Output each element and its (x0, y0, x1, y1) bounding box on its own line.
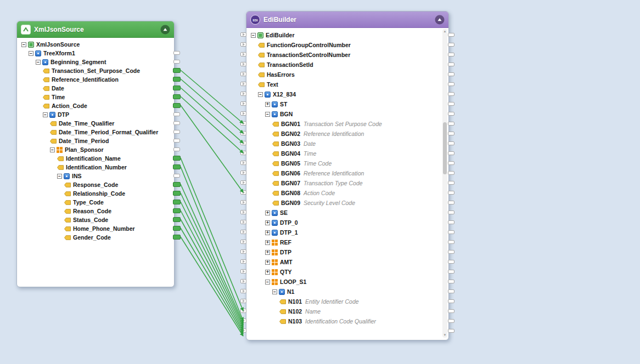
target-output-port[interactable] (448, 72, 454, 76)
collapse-node-icon[interactable]: − (36, 60, 41, 65)
target-output-port[interactable] (448, 289, 454, 293)
tree-row[interactable]: −BGN (246, 109, 448, 119)
tree-row[interactable]: Gender_Code (17, 233, 174, 242)
source-output-port[interactable] (173, 77, 181, 82)
mapping-connection[interactable] (181, 237, 243, 336)
collapse-node-icon[interactable]: − (21, 42, 26, 47)
target-input-port[interactable] (240, 240, 246, 244)
source-output-port[interactable] (173, 139, 180, 143)
mapping-connection[interactable] (181, 96, 243, 153)
mapping-connection[interactable] (181, 105, 243, 192)
mapping-connection[interactable] (181, 79, 243, 133)
tree-row[interactable]: BGN06Reference Identification (246, 168, 448, 178)
tree-row[interactable]: Identification_Number (17, 163, 174, 172)
tree-row[interactable]: +DTP_1 (246, 228, 448, 237)
target-output-port[interactable] (448, 211, 454, 214)
target-output-port[interactable] (448, 62, 454, 66)
tree-row[interactable]: Time (17, 93, 174, 101)
source-collapse-button[interactable] (160, 25, 170, 35)
scrollbar-thumb[interactable] (443, 122, 447, 174)
mapping-connection[interactable] (181, 228, 243, 334)
tree-row[interactable]: Reference_Identification (17, 75, 174, 84)
target-output-port[interactable] (448, 92, 454, 96)
collapse-node-icon[interactable]: − (29, 51, 33, 56)
collapse-node-icon[interactable]: − (265, 280, 270, 285)
collapse-node-icon[interactable]: − (251, 33, 256, 38)
mapping-connection[interactable] (181, 167, 243, 321)
target-input-port[interactable] (240, 249, 246, 254)
tree-row[interactable]: Relationship_Code (17, 189, 174, 198)
source-output-port[interactable] (173, 182, 181, 187)
target-output-port[interactable] (448, 270, 454, 274)
collapse-node-icon[interactable]: − (50, 147, 55, 152)
target-input-port[interactable] (240, 279, 246, 283)
tree-row[interactable]: −N1 (246, 287, 448, 297)
source-output-port[interactable] (173, 147, 180, 151)
source-output-port[interactable] (173, 130, 180, 134)
target-output-port[interactable] (448, 220, 454, 224)
collapse-node-icon[interactable]: − (43, 112, 48, 117)
target-output-port[interactable] (448, 181, 454, 185)
target-output-port[interactable] (448, 141, 454, 145)
target-input-port[interactable] (240, 121, 246, 126)
tree-row[interactable]: Type_Code (17, 198, 174, 207)
tree-row[interactable]: +REF (246, 237, 448, 247)
source-output-port[interactable] (173, 121, 180, 125)
collapse-node-icon[interactable]: − (258, 92, 263, 97)
collapse-node-icon[interactable]: − (265, 112, 270, 117)
expand-node-icon[interactable]: + (265, 270, 270, 275)
target-input-port[interactable] (240, 180, 246, 185)
tree-row[interactable]: FunctionGroupControlNumber (246, 40, 448, 50)
tree-row[interactable]: BGN05Time Code (246, 158, 448, 168)
target-output-port[interactable] (448, 260, 454, 264)
tree-row[interactable]: Response_Code (17, 180, 174, 189)
tree-row[interactable]: N101Entity Identifier Code (246, 297, 448, 306)
expand-node-icon[interactable]: + (265, 250, 270, 255)
target-input-port[interactable] (240, 72, 246, 76)
tree-row[interactable]: −LOOP_S1 (246, 277, 448, 287)
target-collapse-button[interactable] (435, 15, 445, 25)
target-output-port[interactable] (448, 329, 454, 333)
tree-row[interactable]: Date_Time_Period (17, 136, 174, 145)
source-output-port[interactable] (173, 191, 181, 196)
tree-row[interactable]: +QTY (246, 267, 448, 277)
target-input-port[interactable] (240, 200, 246, 204)
tree-row[interactable]: Text (246, 79, 448, 89)
tree-row[interactable]: Identification_Name (17, 154, 174, 163)
tree-row[interactable]: BGN03Date (246, 139, 448, 149)
source-output-port[interactable] (173, 164, 181, 169)
target-panel-header[interactable]: EDI EdiBuilder (246, 12, 448, 28)
target-input-port[interactable] (240, 220, 246, 224)
tree-row[interactable]: Date_Time_Period_Format_Qualifier (17, 128, 174, 136)
source-output-port[interactable] (173, 217, 181, 222)
tree-row[interactable]: Reason_Code (17, 207, 174, 215)
source-output-port[interactable] (173, 200, 181, 204)
target-output-port[interactable] (448, 122, 454, 126)
tree-row[interactable]: +DTP (246, 247, 448, 257)
source-output-port[interactable] (173, 174, 180, 178)
target-input-port[interactable] (240, 92, 246, 96)
tree-row[interactable]: N102Name (246, 306, 448, 316)
target-input-port[interactable] (240, 161, 246, 165)
source-output-port[interactable] (173, 112, 180, 116)
tree-row[interactable]: BGN07Transaction Type Code (246, 178, 448, 188)
target-input-port[interactable] (240, 111, 246, 116)
expand-node-icon[interactable]: + (265, 220, 270, 225)
source-output-port[interactable] (173, 156, 181, 161)
target-input-port[interactable] (240, 101, 246, 106)
target-output-port[interactable] (448, 82, 454, 86)
tree-row[interactable]: +AMT (246, 257, 448, 267)
tree-row[interactable]: −INS (17, 172, 174, 180)
target-input-port[interactable] (240, 289, 246, 293)
target-output-port[interactable] (448, 240, 454, 244)
tree-row[interactable]: BGN08Action Code (246, 188, 448, 198)
collapse-node-icon[interactable]: − (272, 289, 277, 294)
tree-row[interactable]: −EdiBuilder (246, 30, 448, 40)
target-output-port[interactable] (448, 33, 454, 37)
target-input-port[interactable] (240, 299, 246, 303)
source-output-port[interactable] (173, 94, 181, 99)
target-input-port[interactable] (240, 32, 246, 37)
target-output-port[interactable] (448, 319, 454, 323)
target-input-port[interactable] (240, 62, 246, 66)
target-output-port[interactable] (448, 250, 454, 254)
